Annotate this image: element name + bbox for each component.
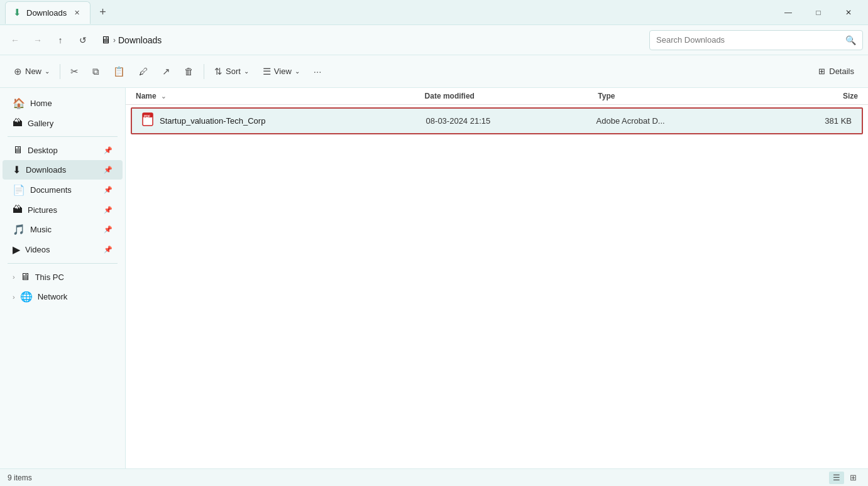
- sidebar-item-desktop[interactable]: 🖥 Desktop 📌: [3, 141, 123, 159]
- close-window-button[interactable]: ✕: [834, 3, 863, 23]
- documents-icon: 📄: [13, 184, 25, 196]
- up-button[interactable]: ↑: [50, 30, 70, 50]
- search-box[interactable]: 🔍: [649, 30, 863, 50]
- sidebar-downloads-label: Downloads: [26, 165, 66, 175]
- minimize-button[interactable]: —: [774, 3, 803, 23]
- toolbar: ⊕ New ⌄ ✂ ⧉ 📋 🖊 ↗ 🗑 ⇅ Sort ⌄ ☰ View ⌄ ··…: [0, 55, 868, 88]
- details-button[interactable]: ⊞ Details: [812, 63, 860, 80]
- grid-view-button[interactable]: ⊞: [845, 472, 860, 484]
- column-size[interactable]: Size: [771, 92, 858, 100]
- back-button[interactable]: ←: [5, 30, 25, 50]
- file-date: 08-03-2024 21:15: [426, 116, 596, 126]
- sort-icon: ⇅: [214, 66, 222, 77]
- status-bar: 9 items ☰ ⊞: [0, 468, 868, 486]
- desktop-pin-icon: 📌: [104, 146, 113, 154]
- sidebar-item-videos[interactable]: ▶ Videos 📌: [3, 240, 123, 259]
- sidebar-item-home[interactable]: 🏠 Home: [3, 94, 123, 113]
- details-icon: ⊞: [818, 67, 825, 76]
- table-row[interactable]: PDF Startup_valuation-Tech_Corp 08-03-20…: [131, 107, 863, 134]
- tab-close-button[interactable]: ✕: [72, 8, 82, 18]
- view-toggle-buttons: ☰ ⊞: [829, 472, 860, 484]
- thispc-expand-icon: ›: [13, 273, 15, 281]
- title-bar: ⬇ Downloads ✕ + — □ ✕: [0, 0, 868, 25]
- refresh-button[interactable]: ↺: [73, 30, 93, 50]
- svg-text:PDF: PDF: [144, 114, 150, 118]
- view-icon: ☰: [263, 66, 271, 77]
- copy-button[interactable]: ⧉: [86, 60, 106, 83]
- documents-pin-icon: 📌: [104, 186, 113, 194]
- search-input[interactable]: [656, 35, 840, 45]
- tab-area: ⬇ Downloads ✕ +: [5, 1, 774, 24]
- share-icon: ↗: [162, 66, 170, 77]
- sidebar-videos-label: Videos: [25, 245, 50, 254]
- list-view-button[interactable]: ☰: [829, 472, 844, 484]
- paste-button[interactable]: 📋: [107, 60, 131, 83]
- thispc-icon: 🖥: [20, 271, 30, 283]
- computer-icon: 🖥: [101, 35, 111, 46]
- details-label: Details: [829, 67, 854, 76]
- sidebar-item-network[interactable]: › 🌐 Network: [3, 287, 123, 306]
- active-tab[interactable]: ⬇ Downloads ✕: [5, 1, 91, 24]
- sidebar-item-gallery[interactable]: 🏔 Gallery: [3, 114, 123, 132]
- file-size: 381 KB: [767, 116, 852, 126]
- main-content: 🏠 Home 🏔 Gallery 🖥 Desktop 📌 ⬇ Downloads…: [0, 88, 868, 468]
- pictures-pin-icon: 📌: [104, 206, 113, 214]
- pictures-icon: 🏔: [13, 204, 23, 215]
- window-controls: — □ ✕: [774, 3, 863, 23]
- search-icon: 🔍: [845, 35, 856, 45]
- sidebar-gallery-label: Gallery: [28, 119, 53, 128]
- view-button[interactable]: ☰ View ⌄: [256, 60, 306, 83]
- rename-button[interactable]: 🖊: [133, 60, 155, 83]
- music-pin-icon: 📌: [104, 225, 113, 234]
- sidebar-sep-2: [8, 263, 118, 264]
- sidebar: 🏠 Home 🏔 Gallery 🖥 Desktop 📌 ⬇ Downloads…: [0, 88, 126, 468]
- new-icon: ⊕: [14, 66, 22, 77]
- cut-button[interactable]: ✂: [64, 60, 85, 83]
- delete-button[interactable]: 🗑: [178, 60, 200, 83]
- file-name-cell: PDF Startup_valuation-Tech_Corp: [142, 112, 426, 129]
- file-name: Startup_valuation-Tech_Corp: [160, 116, 265, 126]
- sidebar-home-label: Home: [30, 99, 52, 108]
- toolbar-sep-2: [204, 64, 204, 79]
- view-chevron: ⌄: [295, 68, 300, 75]
- file-type: Adobe Acrobat D...: [596, 116, 767, 126]
- file-area: Name ⌄ Date modified Type Size PDF: [126, 88, 868, 468]
- sidebar-item-documents[interactable]: 📄 Documents 📌: [3, 180, 123, 200]
- sidebar-item-thispc[interactable]: › 🖥 This PC: [3, 267, 123, 286]
- downloads-pin-icon: 📌: [104, 166, 113, 174]
- file-list-header: Name ⌄ Date modified Type Size: [126, 88, 868, 105]
- forward-button[interactable]: →: [28, 30, 48, 50]
- sort-chevron: ⌄: [244, 68, 249, 75]
- home-icon: 🏠: [13, 97, 25, 109]
- share-button[interactable]: ↗: [156, 60, 177, 83]
- sidebar-thispc-label: This PC: [35, 273, 64, 282]
- videos-icon: ▶: [13, 244, 20, 256]
- column-type[interactable]: Type: [598, 92, 771, 100]
- new-tab-button[interactable]: +: [96, 4, 110, 20]
- desktop-icon: 🖥: [13, 144, 23, 156]
- videos-pin-icon: 📌: [104, 246, 113, 254]
- sidebar-music-label: Music: [30, 225, 52, 234]
- column-date[interactable]: Date modified: [425, 92, 598, 100]
- breadcrumb: 🖥 › Downloads: [96, 35, 647, 46]
- paste-icon: 📋: [113, 66, 125, 77]
- maximize-button[interactable]: □: [804, 3, 833, 23]
- more-button[interactable]: ···: [307, 60, 328, 83]
- new-button[interactable]: ⊕ New ⌄: [8, 60, 56, 83]
- column-name[interactable]: Name ⌄: [136, 92, 425, 100]
- sidebar-network-label: Network: [38, 292, 68, 301]
- pdf-icon: PDF: [142, 112, 155, 129]
- item-count: 9 items: [8, 473, 32, 482]
- sort-button[interactable]: ⇅ Sort ⌄: [208, 60, 255, 83]
- downloads-icon: ⬇: [13, 164, 21, 176]
- network-icon: 🌐: [20, 291, 33, 303]
- breadcrumb-current: Downloads: [118, 35, 162, 45]
- gallery-icon: 🏔: [13, 117, 23, 129]
- delete-icon: 🗑: [184, 66, 194, 77]
- music-icon: 🎵: [13, 224, 25, 235]
- sidebar-item-music[interactable]: 🎵 Music 📌: [3, 220, 123, 239]
- new-chevron: ⌄: [45, 68, 50, 75]
- sidebar-item-downloads[interactable]: ⬇ Downloads 📌: [3, 160, 123, 180]
- view-label: View: [274, 67, 292, 76]
- sidebar-item-pictures[interactable]: 🏔 Pictures 📌: [3, 200, 123, 219]
